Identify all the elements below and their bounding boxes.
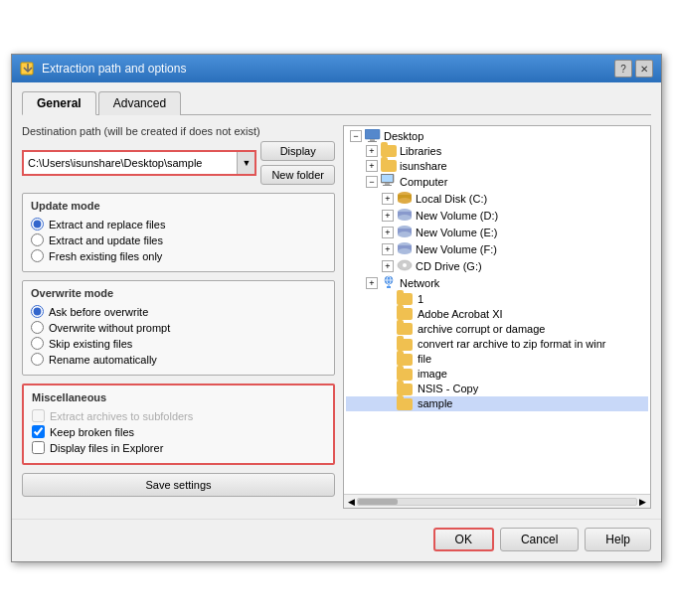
left-panel: Destination path (will be created if doe… [22,125,335,509]
help-button[interactable]: Help [585,528,651,551]
cd-icon-g [397,258,413,273]
radio-skip-existing-input[interactable] [31,337,44,350]
path-right-buttons: Display New folder [260,141,335,185]
folder-icon-1 [397,292,413,305]
folder-icon-isunshare [381,159,397,172]
svg-rect-8 [383,185,392,186]
svg-rect-27 [387,286,391,288]
path-input[interactable] [24,155,237,171]
expand-network[interactable]: + [366,277,378,289]
expand-new-volume-d[interactable]: + [382,210,394,222]
path-dropdown-btn[interactable]: ▼ [237,152,254,174]
tab-advanced[interactable]: Advanced [98,91,181,115]
tree-label-convert-rar: convert rar archive to zip format in win… [418,338,606,350]
path-input-wrapper: ▼ [22,150,256,176]
tree-item-libraries[interactable]: + Libraries [346,143,648,158]
content-area: Destination path (will be created if doe… [22,125,651,509]
overwrite-mode-section: Overwrite mode Ask before overwrite Over… [22,280,335,376]
radio-ask-before-label: Ask before overwrite [49,306,148,318]
tree-item-folder-1[interactable]: 1 [346,291,648,306]
file-tree-panel: − Desktop + Libraries + [343,125,651,509]
save-btn-row: Save settings [22,473,335,497]
close-title-btn[interactable]: ✕ [635,60,653,77]
new-folder-button[interactable]: New folder [260,165,335,185]
tree-item-computer[interactable]: − Computer [346,173,648,190]
tree-item-cd-drive-g[interactable]: + CD Drive (G:) [346,257,648,274]
tree-scrollbar[interactable]: ◀ ▶ [344,494,650,508]
save-settings-button[interactable]: Save settings [22,473,335,497]
scroll-thumb[interactable] [358,499,398,505]
file-tree[interactable]: − Desktop + Libraries + [344,126,650,494]
cancel-button[interactable]: Cancel [500,528,579,551]
radio-extract-replace-label: Extract and replace files [49,219,165,231]
folder-icon-nsis-copy [397,383,413,395]
folder-icon-archive-corrupt [397,322,413,335]
svg-rect-7 [385,183,390,185]
tree-label-cd-drive-g: CD Drive (G:) [416,260,482,272]
tree-item-desktop[interactable]: − Desktop [346,128,648,143]
expand-local-disk-c[interactable]: + [382,193,394,205]
folder-icon-sample [397,397,413,410]
radio-overwrite-no-prompt-input[interactable] [31,321,44,334]
checkbox-extract-subfolders-input[interactable] [32,409,45,422]
folder-icon-image [397,368,413,381]
tree-item-local-disk-c[interactable]: + Local Disk (C:) [346,190,648,207]
radio-fresh-existing-input[interactable] [31,249,44,262]
expand-desktop[interactable]: − [350,130,362,142]
radio-ask-before-input[interactable] [31,305,44,318]
checkbox-display-explorer-label: Display files in Explorer [50,442,163,454]
tree-label-adobe: Adobe Acrobat XI [418,308,503,320]
tree-item-sample[interactable]: sample [346,396,648,411]
tree-item-image[interactable]: image [346,367,648,382]
display-button[interactable]: Display [260,141,335,161]
tree-item-convert-rar[interactable]: convert rar archive to zip format in win… [346,336,648,351]
expand-computer[interactable]: − [366,176,378,188]
scroll-left-btn[interactable]: ◀ [346,497,357,507]
radio-extract-update-input[interactable] [31,233,44,246]
tree-label-image: image [418,368,447,380]
radio-overwrite-no-prompt-label: Overwrite without prompt [49,322,170,334]
expand-cd-drive-g[interactable]: + [382,260,394,272]
tree-item-new-volume-f[interactable]: + New Volume (F:) [346,240,648,257]
folder-icon-adobe [397,307,413,320]
misc-section: Miscellaneous Extract archives to subfol… [22,384,335,465]
tree-label-nsis-copy: NSIS - Copy [418,383,478,394]
radio-ask-before: Ask before overwrite [31,305,326,318]
tree-item-new-volume-d[interactable]: + New Volume (D:) [346,207,648,224]
dialog-footer: OK Cancel Help [12,519,661,561]
expand-libraries[interactable]: + [366,145,378,157]
svg-point-14 [398,215,412,221]
tree-label-1: 1 [418,293,423,305]
disk-icon-c [397,191,413,206]
ok-button[interactable]: OK [433,528,494,551]
dest-path-label: Destination path (will be created if doe… [22,125,335,137]
radio-extract-replace-input[interactable] [31,218,44,231]
radio-skip-existing-label: Skip existing files [49,338,132,350]
tree-label-new-volume-e: New Volume (E:) [416,227,498,238]
disk-icon-e [397,225,413,239]
tree-item-isunshare[interactable]: + isunshare [346,158,648,173]
tree-label-sample: sample [418,397,452,409]
tree-item-adobe[interactable]: Adobe Acrobat XI [346,306,648,321]
svg-point-17 [398,231,412,237]
help-title-btn[interactable]: ? [614,60,632,77]
svg-rect-6 [382,175,393,182]
dialog-body: General Advanced Destination path (will … [12,82,661,519]
scroll-right-btn[interactable]: ▶ [637,497,648,507]
expand-new-volume-f[interactable]: + [382,243,394,255]
extract-icon [20,61,36,77]
tree-item-nsis-copy[interactable]: NSIS - Copy [346,382,648,396]
radio-rename-auto-input[interactable] [31,353,44,366]
radio-skip-existing: Skip existing files [31,337,326,350]
tab-general[interactable]: General [22,91,96,115]
checkbox-keep-broken-input[interactable] [32,425,45,438]
tree-item-network[interactable]: + Network [346,274,648,291]
expand-new-volume-e[interactable]: + [382,227,394,238]
checkbox-display-explorer-input[interactable] [32,441,45,454]
tree-item-new-volume-e[interactable]: + New Volume (E:) [346,224,648,240]
expand-isunshare[interactable]: + [366,160,378,172]
tree-item-archive-corrupt[interactable]: archive corrupt or damage [346,321,648,336]
tree-item-file[interactable]: file [346,352,648,367]
radio-fresh-existing: Fresh existing files only [31,249,326,262]
folder-icon-libraries [381,144,397,157]
